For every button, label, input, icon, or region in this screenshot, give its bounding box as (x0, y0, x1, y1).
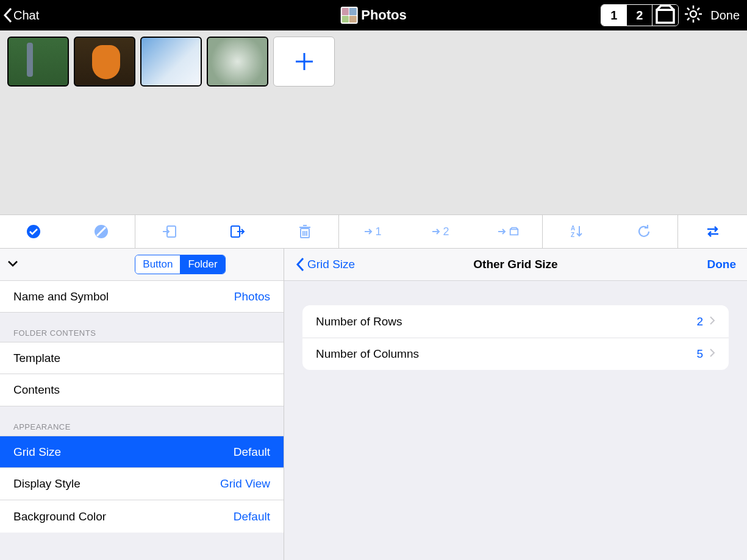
back-label: Chat (13, 9, 39, 23)
svg-line-8 (687, 18, 690, 21)
chevron-left-icon (2, 6, 15, 24)
plus-icon (293, 51, 315, 73)
goto-2-label: 2 (443, 225, 449, 238)
display-style-label: Display Style (13, 477, 80, 491)
right-done-button[interactable]: Done (707, 258, 737, 271)
trash-icon (297, 224, 313, 239)
export-button[interactable] (203, 215, 271, 248)
top-bar: Chat Photos 1 2 Done (0, 0, 747, 30)
number-of-columns-row[interactable]: Number of Columns 5 (302, 338, 729, 370)
display-style-row[interactable]: Display Style Grid View (0, 468, 284, 500)
right-pane-title: Other Grid Size (473, 258, 557, 271)
swap-icon (705, 224, 721, 239)
view-mode-1[interactable]: 1 (601, 5, 627, 26)
right-pane-header: Grid Size Other Grid Size Done (284, 249, 747, 281)
template-label: Template (13, 352, 60, 365)
right-back-label: Grid Size (307, 258, 355, 271)
seg-folder[interactable]: Folder (180, 255, 224, 274)
chevron-down-icon (6, 257, 20, 270)
thumbnail-area (0, 30, 747, 214)
settings-split: Button Folder Name and Symbol Photos FOL… (0, 249, 747, 560)
photos-app-icon (340, 7, 357, 24)
right-pane-body: Number of Rows 2 Number of Columns 5 (284, 281, 747, 394)
background-color-row[interactable]: Background Color Default (0, 500, 284, 533)
disclosure-icon (709, 315, 715, 328)
svg-text:A: A (571, 225, 575, 232)
go-to-1-button[interactable]: 1 (339, 215, 407, 248)
template-row[interactable]: Template (0, 342, 284, 374)
add-thumbnail-button[interactable] (273, 37, 335, 87)
import-icon (162, 224, 177, 239)
rows-label: Number of Rows (316, 315, 402, 328)
contents-row[interactable]: Contents (0, 374, 284, 406)
refresh-icon (636, 224, 652, 239)
thumbnail-item[interactable] (7, 37, 69, 87)
svg-point-0 (690, 11, 696, 17)
chevron-left-icon (295, 257, 306, 272)
sort-button[interactable]: AZ (543, 215, 610, 248)
gear-icon (684, 4, 703, 24)
storage-icon (652, 4, 678, 26)
go-to-storage-button[interactable] (474, 215, 542, 248)
sort-az-icon: AZ (568, 224, 584, 239)
cols-value: 5 (696, 347, 703, 361)
edit-toolbar: 1 2 AZ (0, 214, 747, 249)
svg-line-5 (687, 8, 690, 10)
section-appearance: APPEARANCE (0, 406, 284, 436)
view-segmented-control: 1 2 (601, 4, 679, 26)
swap-button[interactable] (678, 215, 747, 248)
done-button-top[interactable]: Done (710, 9, 740, 23)
grid-size-row[interactable]: Grid Size Default (0, 436, 284, 468)
left-pane-header: Button Folder (0, 249, 284, 281)
slash-circle-icon (93, 224, 109, 239)
grid-size-value: Default (234, 445, 270, 459)
grid-size-label: Grid Size (13, 445, 61, 459)
svg-text:Z: Z (571, 232, 574, 238)
settings-button[interactable] (684, 4, 703, 26)
thumbnail-item[interactable] (74, 37, 135, 87)
topbar-right: 1 2 Done (601, 4, 742, 26)
deselect-all-button[interactable] (68, 215, 135, 248)
view-mode-2[interactable]: 2 (627, 5, 652, 26)
thumbnail-item[interactable] (140, 37, 202, 87)
page-title: Photos (340, 7, 407, 24)
page-title-text: Photos (361, 7, 407, 23)
refresh-button[interactable] (610, 215, 678, 248)
contents-label: Contents (13, 383, 60, 397)
collapse-button[interactable] (6, 257, 20, 272)
arrow-right-icon (364, 227, 374, 236)
name-and-symbol-row[interactable]: Name and Symbol Photos (0, 280, 284, 313)
display-style-value: Grid View (220, 477, 270, 491)
delete-button[interactable] (271, 215, 338, 248)
bg-color-label: Background Color (13, 510, 106, 523)
export-icon (229, 224, 245, 239)
cols-label: Number of Columns (316, 347, 419, 361)
settings-left-pane: Button Folder Name and Symbol Photos FOL… (0, 249, 284, 560)
bg-color-value: Default (234, 510, 270, 523)
import-button[interactable] (135, 215, 203, 248)
right-back-button[interactable]: Grid Size (295, 257, 355, 272)
check-circle-icon (26, 224, 41, 239)
arrow-right-icon (432, 227, 441, 236)
rows-value: 2 (696, 315, 703, 328)
svg-line-6 (698, 18, 700, 21)
go-to-2-button[interactable]: 2 (407, 215, 474, 248)
thumbnail-row (7, 37, 740, 87)
svg-line-7 (698, 8, 700, 10)
disclosure-icon (709, 347, 715, 361)
grid-dimensions-card: Number of Rows 2 Number of Columns 5 (302, 305, 729, 370)
arrow-right-icon (498, 227, 507, 236)
name-symbol-value: Photos (234, 290, 270, 303)
goto-1-label: 1 (375, 225, 381, 238)
button-folder-segmented: Button Folder (135, 255, 225, 274)
storage-icon (509, 226, 520, 237)
settings-right-pane: Grid Size Other Grid Size Done Number of… (284, 249, 747, 560)
number-of-rows-row[interactable]: Number of Rows 2 (302, 305, 729, 338)
select-all-button[interactable] (0, 215, 68, 248)
view-mode-storage[interactable] (652, 5, 678, 26)
seg-button[interactable]: Button (135, 255, 180, 274)
svg-point-11 (27, 225, 40, 238)
section-folder-contents: FOLDER CONTENTS (0, 313, 284, 342)
back-button[interactable]: Chat (2, 6, 39, 24)
thumbnail-item[interactable] (207, 37, 268, 87)
